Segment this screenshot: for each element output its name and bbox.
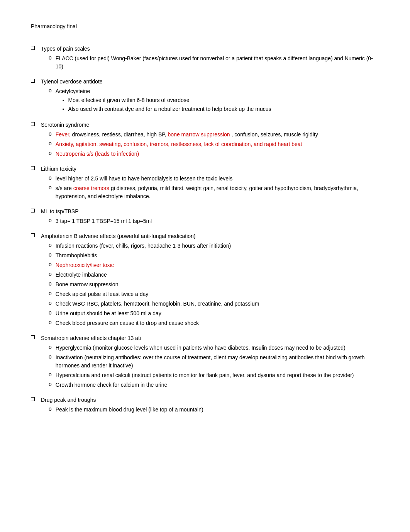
- red-text: Anxiety, agitation, sweating, confusion,…: [56, 141, 302, 147]
- item-label: Tylenol overdose antidote: [41, 78, 103, 85]
- sub-content: Check WBC RBC, platelets, hematocrit, he…: [56, 300, 379, 308]
- list-item: oCheck blood pressure can cause it to dr…: [49, 319, 379, 327]
- sub-content: FLACC (used for pedi) Wong-Baker (faces/…: [56, 54, 379, 71]
- red-text: coarse tremors: [73, 185, 109, 191]
- sub-sub-list: ▪Most effective if given within 6-8 hour…: [63, 96, 379, 113]
- bullet-icon: [31, 233, 35, 237]
- sub-bullet: o: [49, 261, 52, 267]
- sub-list-lithium-toxicity: olevel higher of 2.5 will have to have h…: [49, 175, 379, 201]
- sub-content: Acetylcysteine▪Most effective if given w…: [56, 87, 379, 114]
- sub-bullet: o: [49, 252, 52, 258]
- main-item-lithium-toxicity: Lithium toxicityolevel higher of 2.5 wil…: [31, 165, 379, 202]
- list-item: oNephrotoxicity/liver toxic: [49, 261, 379, 269]
- sub-bullet: o: [49, 131, 52, 137]
- main-item-tylenol-overdose: Tylenol overdose antidoteoAcetylcysteine…: [31, 78, 379, 116]
- bullet-icon: [31, 79, 35, 83]
- sub-sub-content: Also used with contrast dye and for a ne…: [68, 105, 379, 113]
- sub-bullet: o: [49, 184, 52, 190]
- item-label: Somatropin adverse effects chapter 13 at…: [41, 335, 141, 341]
- list-item: oHypercalciuria and renal calculi (instr…: [49, 371, 379, 379]
- list-item: oAnxiety, agitation, sweating, confusion…: [49, 140, 379, 148]
- sub-content: Electrolyte imbalance: [56, 271, 379, 279]
- list-item: oInactivation (neutralizing antibodies: …: [49, 354, 379, 370]
- sub-list-tylenol-overdose: oAcetylcysteine▪Most effective if given …: [49, 87, 379, 114]
- list-item: oInfusion reactions (fever, chills, rigo…: [49, 242, 379, 250]
- sub-sub-bullet: ▪: [63, 105, 64, 113]
- sub-content: Peak is the maximum blood drug level (li…: [56, 406, 379, 414]
- bullet-icon: [31, 46, 35, 50]
- main-item-serotonin-syndrome: Serotonin syndromeoFever, drowsiness, re…: [31, 121, 379, 160]
- sub-content: Anxiety, agitation, sweating, confusion,…: [56, 140, 379, 148]
- list-item: oElectrolyte imbalance: [49, 271, 379, 279]
- sub-content: Check apical pulse at least twice a day: [56, 290, 379, 298]
- sub-content: Hypercalciuria and renal calculi (instru…: [56, 371, 379, 379]
- list-item: oCheck apical pulse at least twice a day: [49, 290, 379, 298]
- sub-content: Infusion reactions (fever, chills, rigor…: [56, 242, 379, 250]
- item-label: Types of pain scales: [41, 46, 90, 52]
- bullet-icon: [31, 122, 35, 126]
- sub-list-ml-to-tsp: o3 tsp= 1 TBSP 1 TBSP=15 ml 1 tsp=5ml: [49, 217, 379, 225]
- red-text: Fever,: [56, 131, 71, 138]
- bullet-icon: [31, 335, 35, 339]
- list-item: oGrowth hormone check for calcium in the…: [49, 381, 379, 389]
- list-item: ▪Most effective if given within 6-8 hour…: [63, 96, 379, 104]
- sub-sub-bullet: ▪: [63, 97, 64, 104]
- list-item: ▪Also used with contrast dye and for a n…: [63, 105, 379, 113]
- red-text: Nephrotoxicity/liver toxic: [56, 262, 114, 268]
- list-item: oFLACC (used for pedi) Wong-Baker (faces…: [49, 54, 379, 71]
- main-item-pain-scales: Types of pain scalesoFLACC (used for ped…: [31, 45, 379, 72]
- sub-bullet: o: [49, 140, 52, 146]
- bullet-icon: [31, 397, 35, 401]
- list-item: os/s are coarse tremors gi distress, pol…: [49, 184, 379, 201]
- sub-content: Fever, drowsiness, restless, diarrhea, h…: [56, 131, 379, 139]
- sub-bullet: o: [49, 175, 52, 181]
- sub-content: Inactivation (neutralizing antibodies: o…: [56, 354, 379, 370]
- sub-bullet: o: [49, 54, 52, 61]
- sub-bullet: o: [49, 354, 52, 360]
- list-item: oNeutropenia s/s (leads to infection): [49, 150, 379, 158]
- sub-bullet: o: [49, 319, 52, 325]
- main-item-ml-to-tsp: ML to tsp/TBSPo3 tsp= 1 TBSP 1 TBSP=15 m…: [31, 207, 379, 227]
- sub-content: Nephrotoxicity/liver toxic: [56, 261, 379, 269]
- bullet-icon: [31, 166, 35, 170]
- sub-content: level higher of 2.5 will have to have he…: [56, 175, 379, 183]
- sub-bullet: o: [49, 371, 52, 377]
- sub-list-serotonin-syndrome: oFever, drowsiness, restless, diarrhea, …: [49, 131, 379, 158]
- list-item: o3 tsp= 1 TBSP 1 TBSP=15 ml 1 tsp=5ml: [49, 217, 379, 225]
- sub-bullet: o: [49, 290, 52, 296]
- main-list: Types of pain scalesoFLACC (used for ped…: [31, 45, 379, 415]
- list-item: oThrombophlebitis: [49, 252, 379, 260]
- item-label: Drug peak and troughs: [41, 397, 96, 403]
- sub-content: Urine output should be at least 500 ml a…: [56, 309, 379, 318]
- sub-bullet: o: [49, 271, 52, 277]
- list-item: oCheck WBC RBC, platelets, hematocrit, h…: [49, 300, 379, 308]
- sub-bullet: o: [49, 242, 52, 248]
- sub-bullet: o: [49, 406, 52, 412]
- item-label: Amphotericin B adverse effects (powerful…: [41, 233, 196, 239]
- red-text: Neutropenia s/s (leads to infection): [56, 151, 139, 157]
- sub-content: Hyperglycemia (monitor glucose levels wh…: [56, 344, 379, 352]
- bullet-icon: [31, 209, 35, 212]
- main-item-drug-peak: Drug peak and troughsoPeak is the maximu…: [31, 396, 379, 415]
- sub-list-somatropin: oHyperglycemia (monitor glucose levels w…: [49, 344, 379, 389]
- sub-sub-content: Most effective if given within 6-8 hours…: [68, 96, 379, 104]
- item-label: Lithium toxicity: [41, 166, 76, 172]
- sub-bullet: o: [49, 381, 52, 387]
- list-item: oBone marrow suppression: [49, 280, 379, 289]
- sub-content: Thrombophlebitis: [56, 252, 379, 260]
- list-item: olevel higher of 2.5 will have to have h…: [49, 175, 379, 183]
- main-item-amphotericin-b: Amphotericin B adverse effects (powerful…: [31, 232, 379, 329]
- main-item-somatropin: Somatropin adverse effects chapter 13 at…: [31, 334, 379, 391]
- sub-bullet: o: [49, 280, 52, 287]
- sub-bullet: o: [49, 87, 52, 93]
- sub-bullet: o: [49, 217, 52, 223]
- sub-list-pain-scales: oFLACC (used for pedi) Wong-Baker (faces…: [49, 54, 379, 71]
- sub-content: 3 tsp= 1 TBSP 1 TBSP=15 ml 1 tsp=5ml: [56, 217, 379, 225]
- sub-list-drug-peak: oPeak is the maximum blood drug level (l…: [49, 406, 379, 414]
- sub-content: Check blood pressure can cause it to dro…: [56, 319, 379, 327]
- list-item: oHyperglycemia (monitor glucose levels w…: [49, 344, 379, 352]
- sub-list-amphotericin-b: oInfusion reactions (fever, chills, rigo…: [49, 242, 379, 327]
- sub-content: Bone marrow suppression: [56, 280, 379, 289]
- sub-bullet: o: [49, 309, 52, 316]
- sub-content: Growth hormone check for calcium in the …: [56, 381, 379, 389]
